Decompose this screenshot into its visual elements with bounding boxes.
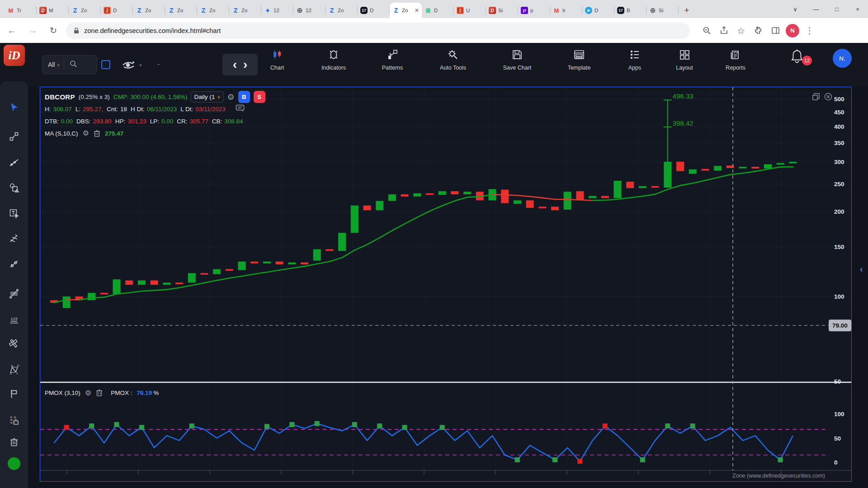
share-icon[interactable] (715, 22, 732, 39)
definedge-logo[interactable]: iD (4, 45, 25, 66)
ma-delete-icon[interactable] (94, 130, 100, 137)
tool-polyline[interactable] (4, 154, 24, 172)
menu-patterns[interactable]: Patterns (368, 48, 417, 71)
tool-numbers[interactable]: 123 (4, 311, 24, 329)
watchlist-eye-selector[interactable]: ∨ (121, 56, 142, 73)
symbol-name[interactable]: DBCORP (45, 93, 75, 101)
browser-tab[interactable]: ZZo (197, 3, 229, 18)
browser-tab[interactable]: DM (37, 3, 69, 18)
search-icon[interactable] (70, 60, 77, 69)
browser-tab-active[interactable]: ZZo✕ (390, 3, 422, 18)
tool-measure[interactable] (4, 334, 24, 352)
interval-select[interactable]: Daily (1∨ (191, 91, 223, 103)
tool-delete[interactable] (4, 433, 24, 451)
tool-text[interactable] (4, 204, 24, 222)
tool-shapes[interactable] (4, 179, 24, 197)
close-chart-icon[interactable] (824, 93, 832, 101)
annotation-comment-icon[interactable] (236, 104, 245, 114)
menu-label: Reports (726, 65, 745, 71)
tool-flag[interactable] (4, 385, 24, 403)
menu-template[interactable]: Template (554, 48, 604, 71)
browser-tab[interactable]: 17D (358, 3, 390, 18)
browser-tab[interactable]: DSi (486, 3, 518, 18)
browser-tab[interactable]: ZZo (165, 3, 197, 18)
browser-tab[interactable]: 17B (614, 3, 646, 18)
ma-line-segment (680, 183, 693, 186)
browser-tab[interactable]: ZZo (326, 3, 358, 18)
maximize-button[interactable]: □ (826, 6, 847, 13)
tool-pattern-abcd[interactable]: ABCD (4, 361, 24, 379)
browser-tab[interactable]: ZZo (133, 3, 165, 18)
user-avatar[interactable]: N. (833, 49, 852, 68)
prev-symbol-button[interactable]: ‹ (233, 55, 237, 75)
symbol-lock-checkbox[interactable] (101, 60, 110, 69)
menu-autotools[interactable]: Auto Tools (428, 48, 478, 71)
browser-tab[interactable]: ✦12 (261, 3, 293, 18)
candle (226, 269, 233, 271)
menu-reports[interactable]: Reports (711, 48, 760, 71)
browser-tab[interactable]: MIr (550, 3, 582, 18)
eye-icon (121, 59, 137, 70)
browser-tab[interactable]: ⊕12 (293, 3, 326, 18)
new-tab-button[interactable]: + (680, 4, 693, 17)
extensions-icon[interactable] (750, 22, 767, 39)
sell-button[interactable]: S (254, 91, 265, 103)
segment-filter[interactable]: All (42, 61, 57, 68)
star-icon[interactable]: ☆ (732, 22, 750, 39)
chart-settings-gear-icon[interactable]: ⚙ (227, 93, 235, 101)
browser-profile-avatar[interactable]: N (784, 22, 801, 39)
next-symbol-button[interactable]: › (243, 55, 247, 75)
tool-brush[interactable] (4, 230, 24, 248)
tab-search-button[interactable]: ∨ (785, 6, 806, 13)
symbol-search-box[interactable]: All ∨ (42, 55, 97, 74)
browser-tab[interactable]: ⊕Si (646, 3, 679, 18)
browser-tab[interactable]: ➤D (582, 3, 614, 18)
menu-apps[interactable]: Apps (610, 48, 660, 71)
side-panel-icon[interactable] (767, 22, 784, 39)
popout-icon[interactable] (812, 93, 820, 101)
browser-tab[interactable]: ≣D (422, 3, 454, 18)
candle (313, 249, 321, 261)
forward-icon[interactable]: → (24, 22, 42, 40)
collapse-panel-chevron[interactable]: ‹ (860, 264, 863, 274)
close-button[interactable]: × (847, 6, 868, 13)
menu-chart[interactable]: Chart (252, 48, 302, 71)
tool-select[interactable] (4, 99, 24, 117)
ma-settings-gear-icon[interactable]: ⚙ (83, 130, 89, 137)
menu-indicators[interactable]: Indicators (309, 48, 359, 71)
pmox-axis-label: 100 (834, 411, 844, 418)
browser-tab[interactable]: MTr (5, 3, 37, 18)
browser-tab[interactable]: ZZo (69, 3, 101, 18)
browser-tab[interactable]: ZZo (229, 3, 261, 18)
back-icon[interactable]: ← (3, 22, 21, 40)
pmox-marker (515, 457, 520, 462)
reload-icon[interactable]: ↻ (44, 22, 62, 40)
tool-segment[interactable] (4, 255, 24, 273)
minimize-button[interactable]: — (806, 6, 826, 13)
pmox-delete-icon[interactable] (96, 389, 103, 397)
address-bar[interactable]: zone.definedgesecurities.com/index.html#… (66, 23, 690, 39)
chevron-down-icon: ∨ (139, 62, 142, 67)
notification-badge: 12 (802, 56, 812, 66)
buy-button[interactable]: B (238, 91, 250, 103)
pmox-marker (289, 422, 294, 427)
zoom-icon[interactable] (698, 22, 715, 39)
browser-tab[interactable]: 2D (101, 3, 133, 18)
tool-trend-line[interactable] (4, 127, 24, 145)
tool-point-figure[interactable]: ✕✕✕○✕✕○ (4, 411, 24, 429)
tool-parallel-lines[interactable] (4, 285, 24, 303)
tab-title: Tr (17, 8, 34, 13)
price-chart[interactable]: 496.33398.425004504003503002502001501005… (40, 87, 851, 481)
browser-menu-icon[interactable]: ⋮ (801, 22, 818, 39)
pmox-settings-gear-icon[interactable]: ⚙ (85, 389, 91, 397)
browser-tab[interactable]: 2U (454, 3, 486, 18)
browser-tab[interactable]: y!p (518, 3, 550, 18)
menu-layout[interactable]: Layout (660, 48, 709, 71)
ma-line-segment (430, 206, 443, 211)
chart-header: DBCORP (0.25% x 3) CMP: 300.00 (4.60, 1.… (45, 91, 265, 139)
tab-close-icon[interactable]: ✕ (415, 7, 419, 14)
drawing-tool-rail: 123ABCD✕✕✕○✕✕○ (0, 81, 28, 488)
notifications-button[interactable]: 12 (790, 49, 808, 69)
menu-savechart[interactable]: Save Chart (492, 48, 542, 71)
i2-favicon: 2 (457, 7, 464, 14)
